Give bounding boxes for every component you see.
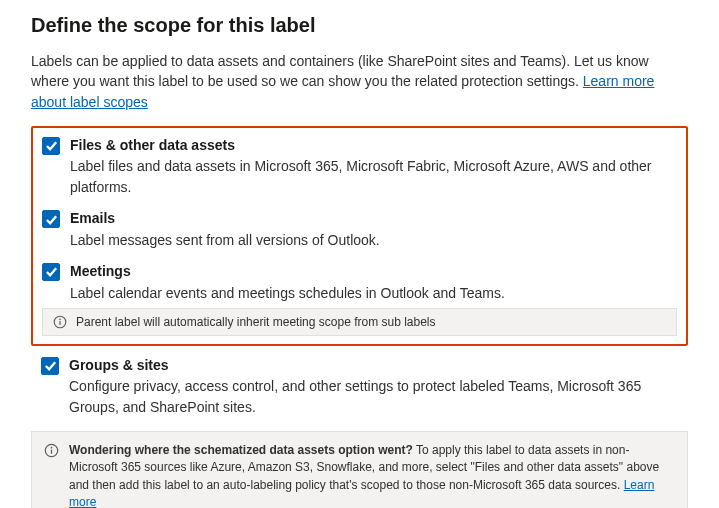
check-icon [44, 359, 57, 372]
info-icon [53, 315, 67, 329]
info-icon [44, 443, 59, 458]
scope-item-meetings: Meetings Label calendar events and meeti… [42, 262, 677, 303]
scope-meetings-title: Meetings [70, 262, 677, 282]
scope-groups-desc: Configure privacy, access control, and o… [69, 376, 678, 417]
highlighted-scope-group: Files & other data assets Label files an… [31, 126, 688, 346]
check-icon [45, 213, 58, 226]
scope-item-files: Files & other data assets Label files an… [42, 136, 677, 197]
info-banner-bold: Wondering where the schematized data ass… [69, 443, 413, 457]
schematized-info-banner: Wondering where the schematized data ass… [31, 431, 688, 508]
svg-rect-5 [51, 449, 52, 453]
info-banner-text: Wondering where the schematized data ass… [69, 442, 675, 508]
intro-paragraph: Labels can be applied to data assets and… [31, 51, 688, 112]
scope-files-title: Files & other data assets [70, 136, 677, 156]
check-icon [45, 265, 58, 278]
checkbox-meetings[interactable] [42, 263, 60, 281]
page-heading: Define the scope for this label [31, 14, 688, 37]
check-icon [45, 139, 58, 152]
svg-point-1 [59, 318, 61, 320]
scope-groups-title: Groups & sites [69, 356, 678, 376]
scope-emails-title: Emails [70, 209, 677, 229]
scope-emails-desc: Label messages sent from all versions of… [70, 230, 677, 250]
intro-text: Labels can be applied to data assets and… [31, 53, 649, 89]
svg-rect-2 [59, 321, 60, 325]
checkbox-groups[interactable] [41, 357, 59, 375]
checkbox-emails[interactable] [42, 210, 60, 228]
inherit-note-text: Parent label will automatically inherit … [76, 315, 436, 329]
checkbox-files[interactable] [42, 137, 60, 155]
scope-files-desc: Label files and data assets in Microsoft… [70, 156, 677, 197]
scope-meetings-desc: Label calendar events and meetings sched… [70, 283, 677, 303]
scope-item-emails: Emails Label messages sent from all vers… [42, 209, 677, 250]
inherit-note-banner: Parent label will automatically inherit … [42, 308, 677, 336]
svg-point-4 [51, 447, 53, 449]
scope-item-groups: Groups & sites Configure privacy, access… [31, 356, 688, 417]
